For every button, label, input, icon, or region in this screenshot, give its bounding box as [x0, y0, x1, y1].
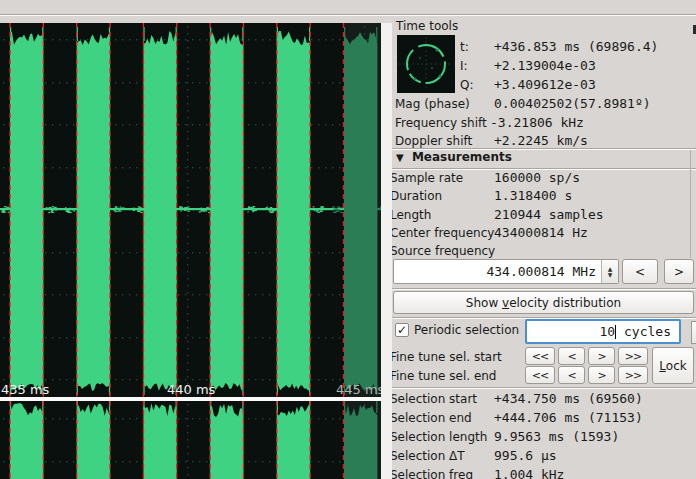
- t-value: +436.853 ms (69896.4): [494, 39, 658, 54]
- spin-down-icon[interactable]: ▼: [608, 272, 613, 278]
- duration-value: 1.318400 s: [494, 188, 572, 203]
- frequency-shift-value: -3.21806 kHz: [490, 115, 584, 130]
- t-label: t:: [460, 40, 469, 54]
- fine-tune-end-fast-back-button[interactable]: <<: [525, 366, 555, 384]
- periodic-selection-label[interactable]: Periodic selection: [414, 323, 519, 337]
- fine-tune-end-back-button[interactable]: <: [558, 366, 585, 384]
- selection-start-value: +434.750 ms (69560): [494, 391, 643, 406]
- sample-rate-value: 160000 sp/s: [494, 170, 580, 185]
- selection-start-label: Selection start: [392, 392, 477, 406]
- frequency-next-button[interactable]: >: [664, 259, 694, 284]
- frequency-prev-button[interactable]: <: [622, 259, 658, 284]
- selection-length-value: 9.9563 ms (1593): [494, 429, 619, 444]
- checkmark-icon: ✓: [397, 323, 407, 337]
- separator: [392, 288, 696, 289]
- doppler-shift-label: Doppler shift: [395, 134, 472, 148]
- fine-tune-start-fwd-button[interactable]: >: [588, 347, 615, 365]
- q-label: Q:: [460, 78, 474, 92]
- mag-phase-label: Mag (phase): [395, 97, 470, 111]
- selection-delta-t-label: Selection ΔT: [392, 449, 465, 463]
- fine-tune-start-fast-fwd-button[interactable]: >>: [618, 347, 648, 365]
- selection-freq-value: 1.004 kHz: [494, 467, 564, 479]
- fine-tune-end-label: Fine tune sel. end: [392, 369, 496, 383]
- frequency-input[interactable]: 434.000814 MHz ▲ ▼: [393, 259, 619, 284]
- time-tools-panel: Time tools t: +436.853 ms (69896.4) I: +…: [392, 0, 696, 479]
- collapse-icon: ▼: [396, 152, 404, 163]
- measurements-header-label: Measurements: [412, 150, 512, 164]
- show-velocity-distribution-button[interactable]: Show velocity distribution: [393, 291, 694, 314]
- center-frequency-label: Center frequency: [392, 226, 494, 240]
- panel-splitter[interactable]: [381, 23, 392, 479]
- frequency-shift-label: Frequency shift: [395, 116, 487, 130]
- mag-phase-value: 0.00402502(57.8981º): [494, 96, 651, 111]
- fine-tune-start-back-button[interactable]: <: [558, 347, 585, 365]
- cycles-suffix: cycles: [616, 324, 671, 339]
- selection-delta-t-value: 995.6 µs: [494, 448, 557, 463]
- separator: [392, 168, 696, 169]
- fine-tune-end-fast-fwd-button[interactable]: >>: [618, 366, 648, 384]
- fine-tune-start-fast-back-button[interactable]: <<: [525, 347, 555, 365]
- selection-end-label: Selection end: [392, 411, 472, 425]
- waveform-area: 435 ms 440 ms 445 ms: [0, 23, 381, 479]
- iq-constellation-icon: [397, 35, 455, 93]
- i-label: I:: [460, 59, 468, 73]
- cycles-spinner-clipped[interactable]: [691, 321, 696, 344]
- frequency-input-value: 434.000814 MHz: [486, 264, 596, 279]
- waveform-imag-view[interactable]: [0, 401, 381, 479]
- separator: [392, 317, 696, 318]
- selection-end-value: +444.706 ms (71153): [494, 410, 643, 425]
- fine-tune-start-label: Fine tune sel. start: [392, 350, 502, 364]
- periodic-selection-checkbox[interactable]: ✓: [395, 323, 409, 337]
- selection-freq-label: Selection freq: [392, 468, 473, 479]
- frequency-spinner[interactable]: ▲ ▼: [601, 260, 618, 283]
- time-tick-435: 435 ms: [1, 382, 49, 397]
- length-label: Length: [392, 208, 431, 222]
- time-tick-445: 445 ms: [336, 382, 384, 397]
- q-value: +3.409612e-03: [494, 77, 596, 92]
- center-frequency-value: 434000814 Hz: [494, 225, 588, 240]
- panel-frame-line: [690, 150, 691, 258]
- source-frequency-label: Source frequency: [392, 244, 495, 258]
- doppler-shift-value: +2.2245 km/s: [494, 133, 588, 148]
- duration-label: Duration: [392, 189, 442, 203]
- waveform-real-view[interactable]: [0, 23, 381, 397]
- sample-rate-label: Sample rate: [392, 171, 463, 185]
- show-velocity-label: Show velocity distribution: [466, 296, 621, 310]
- measurements-header[interactable]: ▼ Measurements: [396, 150, 512, 164]
- time-tick-440: 440 ms: [167, 382, 215, 397]
- panel-title: Time tools: [396, 19, 458, 33]
- cycles-input[interactable]: 10 cycles: [525, 319, 681, 344]
- cycles-value: 10: [600, 324, 616, 339]
- length-value: 210944 samples: [494, 207, 604, 222]
- separator: [392, 387, 696, 388]
- lock-label: Lock: [659, 359, 686, 373]
- separator: [392, 148, 696, 149]
- i-value: +2.139004e-03: [494, 58, 596, 73]
- lock-button[interactable]: Lock: [652, 347, 694, 384]
- fine-tune-end-fwd-button[interactable]: >: [588, 366, 615, 384]
- selection-length-label: Selection length: [392, 430, 487, 444]
